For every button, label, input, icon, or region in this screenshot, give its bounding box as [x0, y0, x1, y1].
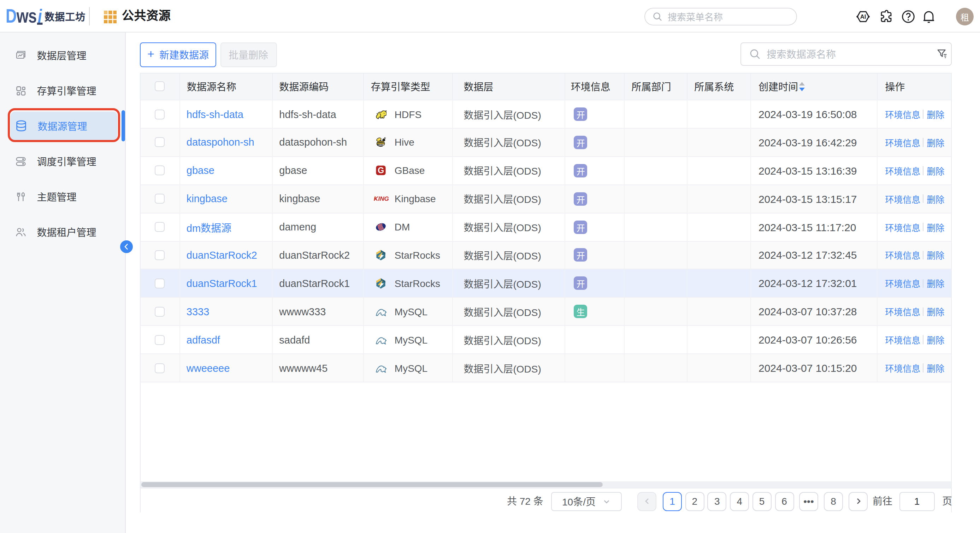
svg-text:AI: AI — [860, 13, 866, 20]
